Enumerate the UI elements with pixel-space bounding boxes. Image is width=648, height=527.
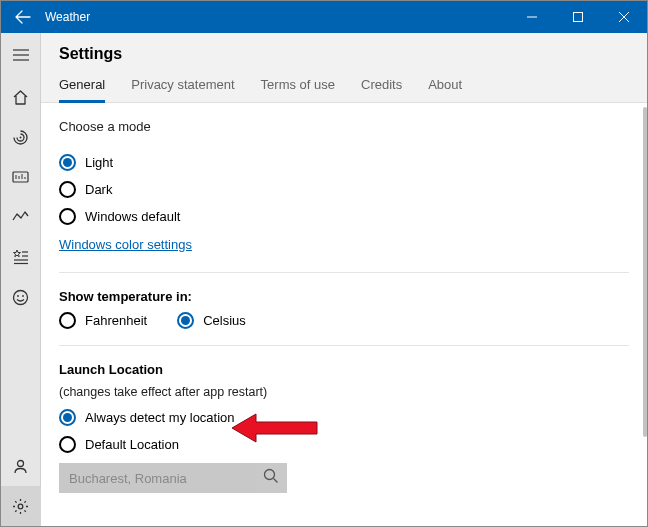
radio-label: Celsius bbox=[203, 313, 246, 328]
temp-row: Fahrenheit Celsius bbox=[59, 312, 629, 329]
radio-label: Always detect my location bbox=[85, 410, 235, 425]
titlebar: Weather bbox=[1, 1, 647, 33]
divider bbox=[59, 345, 629, 346]
temp-heading: Show temperature in: bbox=[59, 289, 629, 304]
launch-heading: Launch Location bbox=[59, 362, 629, 377]
chart-icon bbox=[12, 170, 29, 184]
sidebar-item-favorites[interactable] bbox=[1, 237, 41, 277]
close-icon bbox=[619, 12, 629, 22]
radio-icon bbox=[59, 409, 76, 426]
launch-subtext: (changes take effect after app restart) bbox=[59, 385, 629, 399]
tab-about[interactable]: About bbox=[428, 77, 462, 102]
star-list-icon bbox=[12, 249, 29, 265]
radio-icon bbox=[177, 312, 194, 329]
scrollbar[interactable] bbox=[643, 103, 647, 526]
radio-icon bbox=[59, 154, 76, 171]
radio-label: Light bbox=[85, 155, 113, 170]
svg-rect-8 bbox=[13, 172, 28, 182]
svg-rect-1 bbox=[574, 13, 583, 22]
svg-point-17 bbox=[14, 290, 28, 304]
radio-icon bbox=[59, 181, 76, 198]
location-input-wrap bbox=[59, 463, 287, 493]
sidebar-item-hourly[interactable] bbox=[1, 197, 41, 237]
window-controls bbox=[509, 1, 647, 33]
scrollbar-thumb[interactable] bbox=[643, 107, 647, 437]
radio-icon bbox=[59, 436, 76, 453]
svg-point-7 bbox=[20, 136, 22, 138]
tab-terms[interactable]: Terms of use bbox=[261, 77, 335, 102]
svg-point-20 bbox=[18, 460, 24, 466]
home-icon bbox=[12, 89, 29, 106]
gear-icon bbox=[12, 498, 29, 515]
settings-header: Settings General Privacy statement Terms… bbox=[41, 33, 647, 103]
radio-detect-location[interactable]: Always detect my location bbox=[59, 409, 629, 426]
radio-light[interactable]: Light bbox=[59, 154, 629, 171]
radar-icon bbox=[12, 129, 29, 146]
smiley-icon bbox=[12, 289, 29, 306]
color-settings-link[interactable]: Windows color settings bbox=[59, 237, 192, 252]
sidebar-item-settings[interactable] bbox=[1, 486, 41, 526]
app-title: Weather bbox=[45, 10, 90, 24]
page-title: Settings bbox=[59, 45, 629, 63]
maximize-button[interactable] bbox=[555, 1, 601, 33]
minimize-button[interactable] bbox=[509, 1, 555, 33]
tab-credits[interactable]: Credits bbox=[361, 77, 402, 102]
back-button[interactable] bbox=[1, 1, 45, 33]
radio-fahrenheit[interactable]: Fahrenheit bbox=[59, 312, 147, 329]
sidebar-item-news[interactable] bbox=[1, 277, 41, 317]
radio-celsius[interactable]: Celsius bbox=[177, 312, 246, 329]
radio-label: Windows default bbox=[85, 209, 180, 224]
sidebar-item-forecast[interactable] bbox=[1, 77, 41, 117]
radio-label: Dark bbox=[85, 182, 112, 197]
sidebar-item-maps[interactable] bbox=[1, 117, 41, 157]
hamburger-icon bbox=[13, 49, 29, 61]
tab-privacy[interactable]: Privacy statement bbox=[131, 77, 234, 102]
radio-icon bbox=[59, 208, 76, 225]
maximize-icon bbox=[573, 12, 583, 22]
sidebar-item-account[interactable] bbox=[1, 446, 41, 486]
radio-icon bbox=[59, 312, 76, 329]
svg-point-22 bbox=[265, 470, 275, 480]
divider bbox=[59, 272, 629, 273]
svg-line-23 bbox=[274, 479, 278, 483]
radio-default-location[interactable]: Default Location bbox=[59, 436, 629, 453]
minimize-icon bbox=[527, 12, 537, 22]
radio-label: Default Location bbox=[85, 437, 179, 452]
person-icon bbox=[12, 458, 29, 475]
mode-heading: Choose a mode bbox=[59, 119, 629, 134]
search-icon bbox=[263, 468, 279, 487]
sidebar-item-historical[interactable] bbox=[1, 157, 41, 197]
radio-label: Fahrenheit bbox=[85, 313, 147, 328]
arrow-left-icon bbox=[15, 9, 31, 25]
content: Settings General Privacy statement Terms… bbox=[41, 33, 647, 526]
scroll-area: Choose a mode Light Dark Windows default… bbox=[41, 103, 647, 526]
svg-point-21 bbox=[18, 504, 23, 509]
tabs: General Privacy statement Terms of use C… bbox=[59, 77, 629, 102]
trend-icon bbox=[12, 210, 29, 224]
radio-dark[interactable]: Dark bbox=[59, 181, 629, 198]
close-button[interactable] bbox=[601, 1, 647, 33]
hamburger-button[interactable] bbox=[1, 33, 41, 77]
location-input bbox=[59, 463, 287, 493]
svg-point-19 bbox=[22, 295, 24, 297]
svg-point-18 bbox=[17, 295, 19, 297]
tab-general[interactable]: General bbox=[59, 77, 105, 102]
radio-windows-default[interactable]: Windows default bbox=[59, 208, 629, 225]
main-area: Settings General Privacy statement Terms… bbox=[1, 33, 647, 526]
sidebar bbox=[1, 33, 41, 526]
